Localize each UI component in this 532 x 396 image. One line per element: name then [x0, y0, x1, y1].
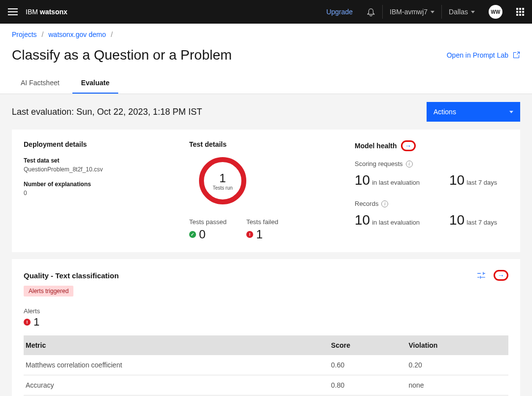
violation-cell: none	[402, 375, 508, 396]
model-health: Model health → Scoring requestsi 10in la…	[355, 140, 508, 241]
in-last-label: in last evaluation	[372, 179, 420, 186]
tests-passed-label: Tests passed	[189, 218, 227, 226]
deployment-details: Deployment details Test data set Questio…	[24, 140, 177, 241]
tab-ai-factsheet[interactable]: AI Factsheet	[12, 73, 68, 94]
chevron-down-icon	[471, 11, 475, 13]
model-health-link[interactable]: →	[401, 140, 416, 151]
page-title: Classify as a Question or a Problem	[12, 47, 232, 63]
tests-run-label: Tests run	[213, 185, 233, 191]
records-eval-value: 10	[355, 212, 370, 228]
alert-icon: !	[24, 319, 31, 326]
scoring-requests-label: Scoring requests	[355, 160, 403, 167]
records-label: Records	[355, 200, 378, 207]
breadcrumb-project[interactable]: watsonx.gov demo	[48, 31, 106, 38]
open-in-prompt-lab-link[interactable]: Open in Prompt Lab	[447, 51, 520, 59]
check-icon: ✓	[189, 231, 196, 238]
topbar: IBM watsonx Upgrade IBM-avmwj7 Dallas WW	[0, 0, 532, 24]
deployment-heading: Deployment details	[24, 140, 177, 148]
quality-details-link[interactable]: →	[494, 270, 508, 281]
open-in-lab-label: Open in Prompt Lab	[447, 51, 508, 59]
tests-failed-label: Tests failed	[246, 218, 278, 226]
table-row: Matthews correlation coefficient0.600.20	[24, 355, 508, 375]
info-icon[interactable]: i	[381, 200, 388, 207]
scoring-eval-value: 10	[355, 172, 370, 188]
tests-run-donut: 1 Tests run	[199, 157, 246, 204]
breadcrumb: Projects / watsonx.gov demo /	[0, 24, 532, 45]
model-health-heading: Model health	[355, 142, 397, 150]
alert-icon: !	[246, 231, 253, 238]
breadcrumb-sep: /	[38, 31, 46, 38]
actions-button[interactable]: Actions	[427, 102, 520, 122]
breadcrumb-projects[interactable]: Projects	[12, 31, 37, 38]
region-label: Dallas	[449, 8, 468, 16]
test-dataset-value: QuestionProblem_8t2f_10.csv	[24, 166, 177, 173]
arrow-right-icon: →	[405, 142, 412, 150]
settings-icon[interactable]	[477, 271, 486, 280]
last-eval-value: Sun, Oct 22, 2023, 1:18 PM IST	[76, 107, 202, 117]
tabs: AI Factsheet Evaluate	[0, 73, 532, 94]
table-row: Accuracy0.80none	[24, 375, 508, 396]
scoring-7d-value: 10	[449, 172, 465, 188]
col-metric: Metric	[24, 335, 324, 355]
arrow-right-icon: →	[498, 271, 504, 279]
menu-icon[interactable]	[8, 8, 18, 15]
tab-evaluate[interactable]: Evaluate	[72, 73, 119, 94]
account-switcher[interactable]: IBM-avmwj7	[383, 0, 441, 24]
avatar[interactable]: WW	[482, 0, 509, 24]
brand: IBM watsonx	[26, 8, 67, 16]
region-switcher[interactable]: Dallas	[442, 0, 482, 24]
test-dataset-label: Test data set	[24, 157, 177, 164]
brand-prefix: IBM	[26, 8, 40, 16]
chevron-down-icon	[509, 111, 513, 113]
last-evaluation: Last evaluation: Sun, Oct 22, 2023, 1:18…	[12, 107, 202, 117]
breadcrumb-sep: /	[108, 31, 116, 38]
actions-label: Actions	[433, 108, 456, 116]
last7-label: last 7 days	[466, 219, 497, 226]
test-heading: Test details	[189, 140, 227, 148]
score-cell: 0.80	[324, 375, 401, 396]
info-icon[interactable]: i	[406, 161, 413, 167]
metric-cell: Accuracy	[24, 375, 324, 396]
notifications-icon[interactable]	[360, 0, 382, 24]
app-switcher-icon[interactable]	[509, 0, 524, 24]
quality-heading: Quality - Text classification	[24, 271, 119, 280]
in-last-label: in last evaluation	[372, 219, 420, 226]
launch-icon	[512, 51, 520, 59]
explanations-value: 0	[24, 190, 177, 197]
tests-passed-value: 0	[199, 228, 205, 241]
account-label: IBM-avmwj7	[390, 8, 428, 16]
alerts-triggered-badge: Alerts triggered	[24, 286, 73, 297]
test-details: Test details 1 Tests run Tests passed ✓ …	[189, 140, 343, 241]
alerts-label: Alerts	[24, 307, 508, 315]
chevron-down-icon	[431, 11, 434, 13]
col-violation: Violation	[402, 335, 508, 355]
violation-cell: 0.20	[402, 355, 508, 375]
explanations-label: Number of explanations	[24, 181, 177, 188]
score-cell: 0.60	[324, 355, 401, 375]
last7-label: last 7 days	[466, 179, 497, 186]
tests-failed-value: 1	[256, 228, 263, 241]
upgrade-link[interactable]: Upgrade	[319, 0, 360, 24]
alerts-value: 1	[33, 316, 39, 329]
metric-cell: Matthews correlation coefficient	[24, 355, 324, 375]
last-eval-label: Last evaluation:	[12, 107, 76, 117]
brand-name: watsonx	[40, 8, 67, 16]
metrics-table: Metric Score Violation Matthews correlat…	[24, 335, 508, 396]
col-score: Score	[324, 335, 401, 355]
records-7d-value: 10	[449, 212, 465, 228]
avatar-initials: WW	[489, 5, 502, 19]
tests-run-value: 1	[219, 171, 226, 185]
